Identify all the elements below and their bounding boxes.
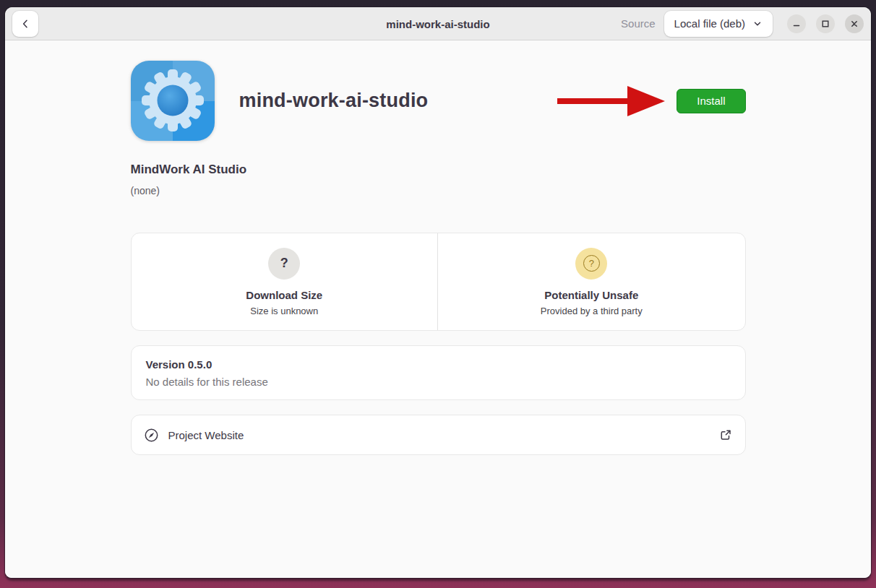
source-dropdown-value: Local file (deb) bbox=[674, 17, 745, 30]
minimize-icon bbox=[791, 19, 802, 29]
source-label: Source bbox=[621, 17, 656, 30]
version-description: No details for this release bbox=[146, 376, 731, 388]
external-link-icon bbox=[718, 428, 733, 442]
app-name: mind-work-ai-studio bbox=[239, 90, 429, 112]
titlebar: mind-work-ai-studio Source Local file (d… bbox=[5, 7, 871, 40]
compass-icon bbox=[144, 428, 159, 443]
tile-title: Download Size bbox=[246, 289, 322, 301]
license-text: (none) bbox=[131, 185, 746, 196]
tile-description: Size is unknown bbox=[250, 306, 318, 316]
app-icon bbox=[131, 61, 215, 141]
download-size-tile[interactable]: ? Download Size Size is unknown bbox=[132, 233, 439, 330]
question-glyph: ? bbox=[280, 256, 288, 271]
app-header-row: mind-work-ai-studio Install bbox=[131, 61, 746, 141]
chevron-left-icon bbox=[20, 18, 31, 30]
version-card: Version 0.5.0 No details for this releas… bbox=[131, 345, 746, 400]
red-arrow-annotation bbox=[557, 85, 666, 118]
titlebar-right: Source Local file (deb) bbox=[621, 11, 864, 37]
minimize-button[interactable] bbox=[787, 14, 806, 33]
chevron-down-icon bbox=[752, 19, 763, 29]
close-button[interactable] bbox=[845, 14, 864, 33]
project-website-row[interactable]: Project Website bbox=[131, 415, 746, 455]
version-title: Version 0.5.0 bbox=[146, 358, 731, 371]
context-tiles-card: ? Download Size Size is unknown ? Potent… bbox=[131, 233, 746, 331]
software-app-window: mind-work-ai-studio Source Local file (d… bbox=[5, 7, 871, 578]
install-button[interactable]: Install bbox=[677, 89, 745, 113]
tile-description: Provided by a third party bbox=[541, 306, 643, 316]
developer-name: MindWork AI Studio bbox=[131, 163, 746, 177]
tile-title: Potentially Unsafe bbox=[544, 289, 638, 301]
project-website-label: Project Website bbox=[168, 429, 244, 441]
circled-question-glyph: ? bbox=[583, 255, 600, 272]
window-controls bbox=[787, 14, 864, 33]
safety-tile[interactable]: ? Potentially Unsafe Provided by a third… bbox=[438, 233, 745, 330]
maximize-icon bbox=[820, 19, 830, 29]
app-details-page: mind-work-ai-studio Install MindWork AI … bbox=[5, 40, 871, 578]
question-mark-icon: ? bbox=[268, 248, 300, 280]
window-title: mind-work-ai-studio bbox=[386, 17, 489, 30]
back-button[interactable] bbox=[12, 11, 38, 37]
close-icon bbox=[849, 19, 859, 29]
circled-question-icon: ? bbox=[575, 248, 607, 280]
maximize-button[interactable] bbox=[816, 14, 835, 33]
source-dropdown[interactable]: Local file (deb) bbox=[664, 11, 773, 37]
details-container: mind-work-ai-studio Install MindWork AI … bbox=[131, 40, 746, 455]
